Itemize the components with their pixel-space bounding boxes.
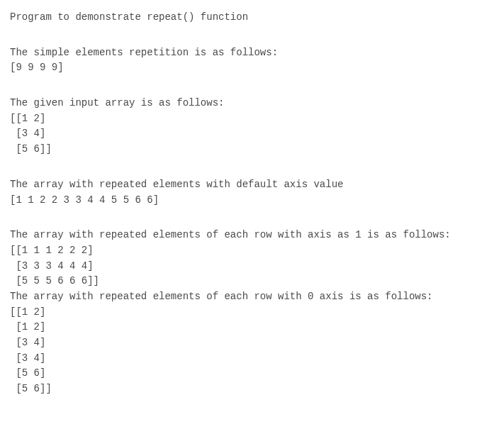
section-heading: The given input array is as follows: [10,96,494,111]
array-row: [5 6] [10,366,494,381]
section-heading: The simple elements repetition is as fol… [10,45,494,61]
array-row: [3 4] [10,126,494,142]
section-heading: The array with repeated elements of each… [10,228,494,243]
section-axis-1: The array with repeated elements of each… [10,228,494,289]
section-input-array: The given input array is as follows: [[1… [10,96,494,157]
title-text: Program to demonstrate repeat() function [10,10,494,26]
array-row: [5 6]] [10,381,494,397]
section-axis-0: The array with repeated elements of each… [10,289,494,397]
array-output: [9 9 9 9] [10,60,494,76]
program-title: Program to demonstrate repeat() function [10,10,494,26]
array-row: [3 4] [10,335,494,351]
array-row: [5 5 5 6 6 6]] [10,274,494,289]
array-row: [[1 2] [10,305,494,321]
array-output: [1 1 2 2 3 3 4 4 5 5 6 6] [10,193,494,208]
array-row: [5 6]] [10,142,494,157]
array-row: [[1 2] [10,111,494,127]
section-heading: The array with repeated elements of each… [10,289,494,305]
array-row: [1 2] [10,320,494,335]
array-row: [3 3 3 4 4 4] [10,259,494,274]
section-heading: The array with repeated elements with de… [10,177,494,193]
array-row: [[1 1 1 2 2 2] [10,243,494,259]
array-row: [3 4] [10,351,494,367]
section-default-axis: The array with repeated elements with de… [10,177,494,208]
section-simple-repetition: The simple elements repetition is as fol… [10,45,494,76]
